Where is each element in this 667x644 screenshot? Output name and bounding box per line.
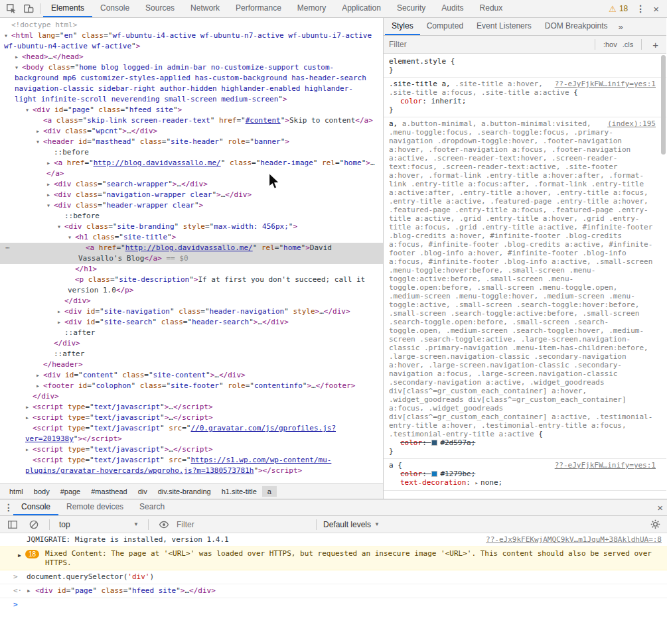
dom-tree-line[interactable]: ▾<h1 class="site-title"> bbox=[0, 232, 383, 243]
expand-arrow-icon[interactable]: ▸ bbox=[36, 381, 43, 391]
expand-arrow-icon[interactable]: ▸ bbox=[46, 158, 54, 168]
styles-tab-dom-breakpoints[interactable]: DOM Breakpoints bbox=[538, 18, 615, 35]
dom-tree-line[interactable]: ▾<div id="page" class="hfeed site"> bbox=[0, 105, 383, 115]
expand-arrow-icon[interactable]: ▾ bbox=[4, 31, 11, 41]
dom-tree-line[interactable]: </div> bbox=[0, 296, 383, 306]
console-sidebar-button[interactable] bbox=[4, 516, 21, 533]
drawer-tab-console[interactable]: Console bbox=[13, 499, 58, 515]
expand-arrow-icon[interactable]: ▸ bbox=[15, 52, 22, 62]
rule-selector[interactable]: (index):195a, a.button-minimal, a.button… bbox=[389, 119, 656, 438]
dom-tree-line[interactable]: <script type="text/javascript" src="//0.… bbox=[0, 423, 383, 444]
tab-elements[interactable]: Elements bbox=[43, 0, 92, 17]
breadcrumb-item-div[interactable]: div bbox=[133, 486, 153, 497]
dom-tree-line[interactable]: <a class="skip-link screen-reader-text" … bbox=[0, 115, 383, 126]
dom-tree-line[interactable]: ▸<div id="site-navigation" class="header… bbox=[0, 306, 383, 317]
dom-tree-line[interactable]: ::before bbox=[0, 147, 383, 158]
dom-tree-line[interactable]: ▸<footer id="colophon" class="site-foote… bbox=[0, 381, 383, 391]
drawer-menu-icon[interactable]: ⋮ bbox=[4, 502, 13, 513]
expand-arrow-icon[interactable]: ▸ bbox=[25, 444, 33, 455]
breadcrumb-item--masthead[interactable]: #masthead bbox=[86, 486, 132, 497]
tab-security[interactable]: Security bbox=[389, 0, 433, 17]
styles-filter-input[interactable] bbox=[389, 40, 587, 49]
dom-tree-line[interactable]: ▸<script type="text/javascript">…</scrip… bbox=[0, 413, 383, 423]
expand-arrow-icon[interactable]: ▸ bbox=[25, 402, 33, 413]
dom-tree-line[interactable]: ::after bbox=[0, 349, 383, 359]
styles-scrollbar[interactable] bbox=[660, 54, 666, 499]
expand-group-icon[interactable]: ▶ bbox=[18, 551, 21, 560]
expand-arrow-icon[interactable]: ▾ bbox=[46, 200, 54, 211]
dom-tree-line[interactable]: ▸<head>…</head> bbox=[0, 52, 383, 62]
dom-tree-line[interactable]: ▸<script type="text/javascript">…</scrip… bbox=[0, 402, 383, 413]
tab-memory[interactable]: Memory bbox=[289, 0, 334, 17]
close-drawer-icon[interactable]: × bbox=[657, 502, 663, 513]
expand-arrow-icon[interactable]: ▸ bbox=[57, 317, 64, 328]
breadcrumb-item-div-site-branding[interactable]: div.site-branding bbox=[153, 486, 216, 497]
toggle-element-state-button[interactable]: :hov bbox=[603, 40, 617, 48]
live-expression-button[interactable] bbox=[155, 516, 173, 533]
console-source-link[interactable]: ??-eJx9kFEKwjAMQC9kV…m1JquM+38AkldhUA=:8 bbox=[486, 535, 662, 545]
dom-tree-line[interactable]: </div> bbox=[0, 391, 383, 402]
tab-console[interactable]: Console bbox=[92, 0, 137, 17]
tab-performance[interactable]: Performance bbox=[228, 0, 289, 17]
rule-selector[interactable]: ??-eJyFjkFW…inify=yes:1.site-title a, .s… bbox=[389, 80, 656, 97]
close-devtools-icon[interactable]: × bbox=[653, 3, 659, 15]
css-declaration[interactable]: color: #1279be; bbox=[389, 470, 656, 478]
dom-tree-line[interactable]: <script type="text/javascript" src="http… bbox=[0, 455, 383, 476]
tab-redux[interactable]: Redux bbox=[472, 0, 511, 17]
style-source-link[interactable]: (index):195 bbox=[607, 119, 656, 128]
scrollbar-thumb[interactable] bbox=[661, 55, 666, 155]
tab-network[interactable]: Network bbox=[183, 0, 228, 17]
dom-tree-line[interactable]: <!doctype html> bbox=[0, 20, 383, 31]
console-filter-input[interactable] bbox=[177, 520, 309, 529]
dom-tree-line[interactable]: ▸<div class="navigation-wrapper clear">…… bbox=[0, 190, 383, 200]
expand-arrow-icon[interactable]: ▸ bbox=[46, 190, 54, 200]
styles-tab-computed[interactable]: Computed bbox=[420, 18, 470, 35]
console-prompt-input[interactable] bbox=[27, 600, 31, 609]
expand-arrow-icon[interactable]: ▸ bbox=[36, 370, 43, 381]
dom-tree-line[interactable]: ::before bbox=[0, 211, 383, 222]
execution-context-select[interactable]: top ▼ bbox=[56, 520, 141, 529]
dom-tree-line[interactable]: ▸<a href="http://blog.davidvassallo.me/"… bbox=[0, 158, 383, 179]
dom-tree-line[interactable]: ::after bbox=[0, 328, 383, 338]
color-swatch[interactable] bbox=[431, 471, 437, 477]
tab-overflow-icon[interactable]: » bbox=[614, 22, 627, 32]
expand-arrow-icon[interactable]: ▸ bbox=[46, 179, 54, 190]
expand-arrow-icon[interactable]: ▾ bbox=[36, 137, 43, 147]
console-settings-button[interactable] bbox=[650, 519, 663, 529]
styles-tab-styles[interactable]: Styles bbox=[385, 18, 420, 35]
dom-tree-line[interactable]: ▸<div class="search-wrapper">…</div> bbox=[0, 179, 383, 190]
expand-arrow-icon[interactable]: ▾ bbox=[25, 105, 33, 115]
dom-tree-line[interactable]: <p class="site-description">If at first … bbox=[0, 275, 383, 296]
expand-arrow-icon[interactable]: ▸ bbox=[25, 413, 33, 423]
color-swatch[interactable] bbox=[431, 440, 437, 446]
dom-tree-line[interactable]: ▸<div id="content" class="site-content">… bbox=[0, 370, 383, 381]
dom-tree-line[interactable]: </div> bbox=[0, 338, 383, 349]
dom-tree-line[interactable]: ▾<header id="masthead" class="site-heade… bbox=[0, 137, 383, 147]
device-toolbar-button[interactable] bbox=[20, 0, 37, 17]
breadcrumb-item-body[interactable]: body bbox=[29, 486, 55, 497]
dom-tree-line[interactable]: </h1> bbox=[0, 264, 383, 275]
clear-console-button[interactable] bbox=[25, 516, 42, 533]
dom-tree-line[interactable]: ▸<script type="text/javascript">…</scrip… bbox=[0, 444, 383, 455]
css-declaration[interactable]: color: inherit; bbox=[389, 97, 656, 105]
dom-tree-line[interactable]: ▾<body class="home blog logged-in admin-… bbox=[0, 62, 383, 105]
tab-audits[interactable]: Audits bbox=[433, 0, 471, 17]
drawer-tab-remote-devices[interactable]: Remote devices bbox=[58, 499, 131, 515]
style-source-link[interactable]: ??-eJyFjkFW…inify=yes:1 bbox=[555, 461, 656, 470]
style-source-link[interactable]: ??-eJyFjkFW…inify=yes:1 bbox=[555, 80, 656, 88]
expand-arrow-icon[interactable]: ▾ bbox=[57, 222, 64, 232]
breadcrumb-item--page[interactable]: #page bbox=[55, 486, 86, 497]
tab-application[interactable]: Application bbox=[334, 0, 389, 17]
breadcrumb-item-html[interactable]: html bbox=[4, 486, 29, 497]
expand-arrow-icon[interactable]: ▸ bbox=[36, 126, 43, 137]
dom-tree-line[interactable]: ▾<html lang="en" class="wf-ubuntu-i4-act… bbox=[0, 31, 383, 52]
css-declaration[interactable]: color: #2d597a; bbox=[389, 438, 656, 447]
expand-arrow-icon[interactable]: ▾ bbox=[15, 62, 22, 73]
breadcrumb-item-h1-site-title[interactable]: h1.site-title bbox=[216, 486, 262, 497]
inspect-element-button[interactable] bbox=[3, 0, 20, 17]
node-overflow-dots-icon[interactable]: ⋯ bbox=[5, 243, 9, 253]
dom-tree-line[interactable]: ▸<div id="site-search" class="header-sea… bbox=[0, 317, 383, 328]
expand-longhand-icon[interactable]: ▸ bbox=[475, 480, 479, 486]
element-classes-button[interactable]: .cls bbox=[623, 40, 634, 48]
rule-selector[interactable]: element.style { bbox=[389, 57, 656, 66]
